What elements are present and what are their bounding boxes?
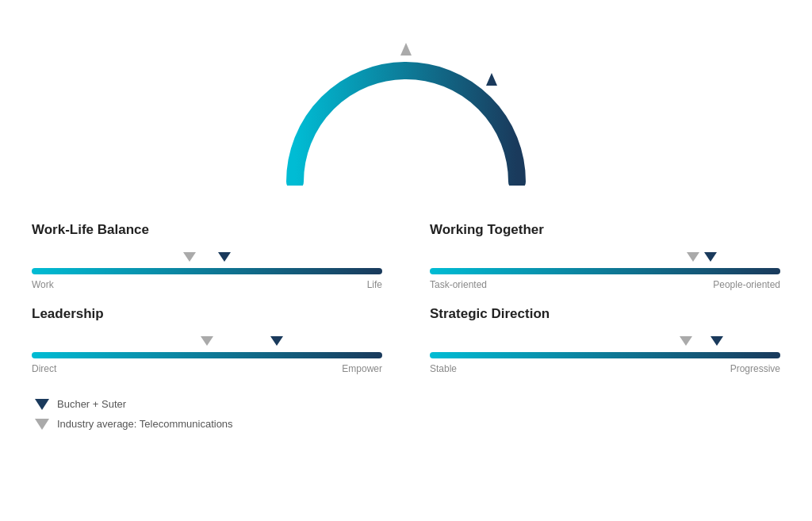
- range-label-right-work-life-balance: Life: [367, 279, 382, 290]
- legend-icon-gray: [35, 419, 49, 430]
- industry-marker-work-life-balance: [183, 252, 196, 262]
- slider-arrows-working-together: [430, 252, 780, 263]
- slider-fill-work-life-balance: [32, 268, 382, 274]
- slider-track-wrapper-leadership: [32, 336, 382, 358]
- sliders-grid: Work-Life Balance Work Life: [32, 222, 780, 374]
- slider-range-labels-strategic-direction: Stable Progressive: [430, 363, 780, 374]
- slider-range-labels-work-life-balance: Work Life: [32, 279, 382, 290]
- slider-track-strategic-direction: [430, 352, 780, 358]
- slider-fill-working-together: [430, 268, 780, 274]
- arch-svg: [279, 35, 533, 186]
- svg-marker-1: [486, 73, 497, 86]
- company-marker-working-together: [704, 252, 717, 262]
- slider-track-wrapper-work-life-balance: [32, 252, 382, 274]
- slider-section-work-life-balance: Work-Life Balance Work Life: [32, 222, 382, 290]
- slider-arrows-strategic-direction: [430, 336, 780, 347]
- arch-section: [32, 16, 780, 198]
- slider-fill-leadership: [32, 352, 382, 358]
- slider-track-wrapper-strategic-direction: [430, 336, 780, 358]
- legend-item: Bucher + Suter: [35, 398, 780, 410]
- legend-icon-navy: [35, 399, 49, 410]
- slider-track-leadership: [32, 352, 382, 358]
- industry-marker-strategic-direction: [680, 336, 692, 346]
- gray-triangle-work-life-balance: [183, 252, 196, 262]
- slider-arrows-work-life-balance: [32, 252, 382, 263]
- industry-marker-leadership: [201, 336, 213, 346]
- navy-triangle-working-together: [704, 252, 717, 262]
- slider-track-wrapper-working-together: [430, 252, 780, 274]
- slider-range-labels-working-together: Task-oriented People-oriented: [430, 279, 780, 290]
- company-marker-work-life-balance: [218, 252, 231, 262]
- industry-marker-working-together: [687, 252, 699, 262]
- slider-arrows-leadership: [32, 336, 382, 347]
- slider-track-working-together: [430, 268, 780, 274]
- gray-triangle-leadership: [201, 336, 213, 346]
- arch-chart-wrapper: [279, 35, 533, 198]
- range-label-left-leadership: Direct: [32, 363, 56, 374]
- slider-title-leadership: Leadership: [32, 306, 382, 322]
- range-label-right-working-together: People-oriented: [713, 279, 780, 290]
- slider-track-work-life-balance: [32, 268, 382, 274]
- navy-triangle-strategic-direction: [710, 336, 723, 346]
- slider-title-working-together: Working Together: [430, 222, 780, 238]
- legend: Bucher + Suter Industry average: Telecom…: [32, 398, 780, 430]
- page-container: Work-Life Balance Work Life: [0, 0, 812, 454]
- slider-fill-strategic-direction: [430, 352, 780, 358]
- slider-section-leadership: Leadership Direct Empower: [32, 306, 382, 374]
- slider-title-work-life-balance: Work-Life Balance: [32, 222, 382, 238]
- slider-range-labels-leadership: Direct Empower: [32, 363, 382, 374]
- range-label-right-leadership: Empower: [342, 363, 382, 374]
- range-label-right-strategic-direction: Progressive: [730, 363, 780, 374]
- svg-marker-0: [400, 43, 412, 56]
- legend-label-navy: Bucher + Suter: [57, 398, 126, 410]
- range-label-left-strategic-direction: Stable: [430, 363, 457, 374]
- navy-triangle-work-life-balance: [218, 252, 231, 262]
- company-marker-leadership: [270, 336, 283, 346]
- slider-section-working-together: Working Together Task-oriented People-or…: [430, 222, 780, 290]
- arch-wrapper: [279, 35, 533, 193]
- legend-item: Industry average: Telecommunications: [35, 418, 780, 430]
- navy-triangle-leadership: [270, 336, 283, 346]
- range-label-left-work-life-balance: Work: [32, 279, 54, 290]
- range-label-left-working-together: Task-oriented: [430, 279, 487, 290]
- company-marker-strategic-direction: [710, 336, 723, 346]
- legend-label-gray: Industry average: Telecommunications: [57, 418, 233, 430]
- gray-triangle-strategic-direction: [680, 336, 692, 346]
- slider-section-strategic-direction: Strategic Direction Stable Progressive: [430, 306, 780, 374]
- slider-title-strategic-direction: Strategic Direction: [430, 306, 780, 322]
- gray-triangle-working-together: [687, 252, 699, 262]
